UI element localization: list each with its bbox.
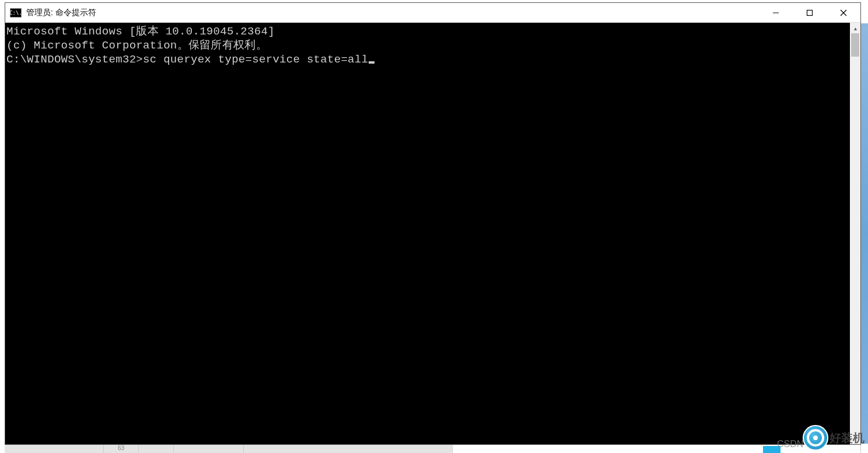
minimize-icon: [772, 9, 779, 16]
logo-circle-icon: [803, 425, 828, 451]
brand-logo: 好装机: [803, 425, 864, 451]
logo-dot: [813, 435, 818, 440]
taskbar-linecol: 63: [104, 445, 139, 453]
maximize-button[interactable]: [793, 3, 827, 22]
console-prompt-line: C:\WINDOWS\system32>sc queryex type=serv…: [6, 53, 849, 67]
taskbar-segment: [139, 445, 174, 453]
minimize-button[interactable]: [759, 3, 793, 22]
maximize-icon: [806, 9, 813, 16]
svg-rect-1: [807, 10, 813, 15]
scroll-up-arrow[interactable]: ▴: [850, 23, 860, 33]
close-icon: [840, 9, 847, 16]
text-cursor: [369, 61, 374, 64]
console-output[interactable]: Microsoft Windows [版本 10.0.19045.2364](c…: [5, 23, 850, 444]
logo-text: 好装机: [830, 430, 864, 446]
cmd-icon-label: C:\.: [9, 10, 22, 16]
vertical-scrollbar[interactable]: ▴: [850, 23, 860, 444]
background-desktop-sliver: [861, 23, 868, 444]
console-line: (c) Microsoft Corporation。保留所有权利。: [6, 39, 849, 53]
cmd-icon: C:\.: [10, 8, 22, 18]
taskbar-segment: [244, 445, 453, 453]
console-line: Microsoft Windows [版本 10.0.19045.2364]: [6, 25, 849, 39]
taskbar-partial: 63: [5, 445, 861, 453]
window-body: Microsoft Windows [版本 10.0.19045.2364](c…: [5, 23, 860, 444]
close-button[interactable]: [827, 3, 860, 22]
console-command: sc queryex type=service state=all: [143, 53, 368, 66]
cmd-window: C:\. 管理员: 命令提示符 Microsoft Windows [版本 10…: [5, 2, 861, 445]
taskbar-segment: [5, 445, 104, 453]
window-title: 管理员: 命令提示符: [26, 8, 96, 18]
titlebar[interactable]: C:\. 管理员: 命令提示符: [5, 3, 860, 23]
window-controls: [759, 3, 860, 22]
scroll-thumb[interactable]: [851, 33, 859, 57]
console-prompt: C:\WINDOWS\system32>: [6, 53, 143, 66]
taskbar-segment: [174, 445, 244, 453]
